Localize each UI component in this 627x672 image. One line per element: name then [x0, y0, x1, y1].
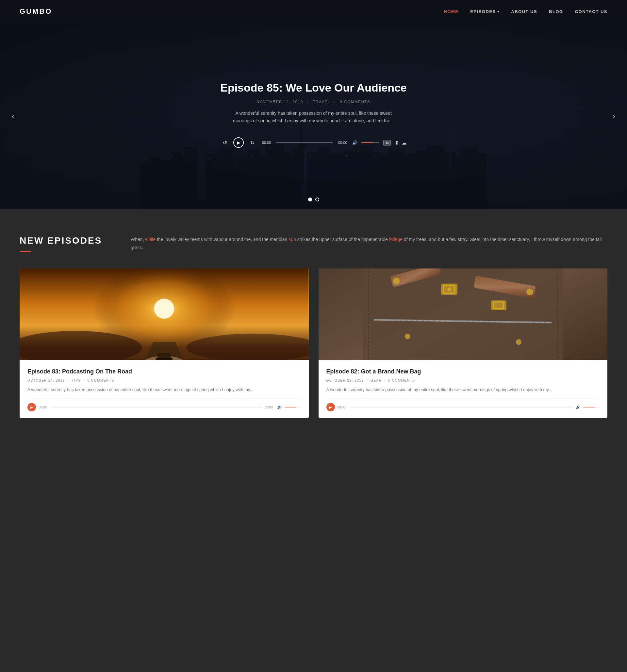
player-volume-fill: [361, 142, 373, 143]
card-image-road: [20, 268, 309, 360]
player-rewind-button[interactable]: ↺: [220, 138, 229, 147]
card-83-volume-bar[interactable]: [284, 407, 301, 407]
player-volume-icon: 🔊: [352, 140, 357, 145]
episodes-grid: Episode 83: Podcasting On The Road OCTOB…: [20, 268, 607, 418]
nav-home[interactable]: HOME: [444, 9, 458, 14]
card-82-progress-bar[interactable]: [350, 407, 573, 407]
card-83-current-time: 00:00: [39, 406, 48, 409]
card-83-title: Episode 83: Podcasting On The Road: [27, 368, 301, 376]
card-82-date: OCTOBER 22, 2019: [326, 379, 364, 382]
player-speed-button[interactable]: 1x: [383, 140, 391, 145]
card-82-title: Episode 82: Got a Brand New Bag: [326, 368, 600, 376]
card-83-body: Episode 83: Podcasting On The Road OCTOB…: [20, 360, 309, 418]
desc-link-sun[interactable]: sun: [289, 237, 296, 242]
slider-dots: [308, 197, 319, 201]
nav-contact[interactable]: CONTACT US: [575, 9, 607, 14]
site-header: GUMBO HOME EPISODES ABOUT US BLOG CONTAC…: [0, 0, 627, 23]
hero-sep1: /: [307, 100, 309, 104]
card-82-category: GEAR: [371, 379, 382, 382]
svg-point-37: [208, 158, 209, 159]
card-82-comments: 0 COMMENTS: [388, 379, 415, 382]
svg-point-44: [323, 152, 324, 152]
section-title: NEW EPISODES: [20, 236, 104, 246]
svg-point-74: [516, 339, 521, 345]
card-83-date: OCTOBER 24, 2019: [27, 379, 65, 382]
card-83-volume-fill: [284, 407, 296, 407]
section-title-underline: [20, 251, 31, 252]
card-82-play-button[interactable]: ▶: [326, 403, 335, 411]
card-82-volume-fill: [583, 407, 595, 407]
player-forward-button[interactable]: ↻: [248, 138, 257, 147]
svg-point-68: [447, 287, 451, 291]
svg-point-38: [224, 152, 224, 152]
card-83-description: A wonderful serenity has taken possessio…: [27, 386, 301, 393]
player-extra-icons: ⬆ ☁: [395, 140, 407, 146]
card-82-description: A wonderful serenity has taken possessio…: [326, 386, 600, 393]
player-progress-bar[interactable]: [276, 142, 333, 143]
slider-dot-1[interactable]: [308, 197, 312, 201]
card-83-meta: OCTOBER 24, 2019 / TIPS / 0 COMMENTS: [27, 379, 301, 382]
svg-point-72: [526, 289, 533, 295]
card-83-volume-icon: 🔊: [277, 405, 282, 409]
card-82-meta: OCTOBER 22, 2019 / GEAR / 0 COMMENTS: [326, 379, 600, 382]
card-image-bag: [319, 268, 608, 360]
player-total-time: 00:00: [337, 141, 348, 145]
card-82-body: Episode 82: Got a Brand New Bag OCTOBER …: [319, 360, 608, 418]
episode-card-82: Episode 82: Got a Brand New Bag OCTOBER …: [319, 268, 608, 418]
hero-comments: 0 COMMENTS: [340, 100, 370, 104]
player-share-icon[interactable]: ⬆: [395, 140, 399, 146]
bag-scene-svg: [319, 268, 608, 360]
card-83-play-button[interactable]: ▶: [27, 403, 36, 411]
player-play-button[interactable]: ▶: [233, 137, 244, 148]
new-episodes-section: NEW EPISODES When, while the lovely vall…: [0, 209, 627, 437]
hero-description: A wonderful serenity has taken possessio…: [229, 110, 399, 125]
slider-dot-2[interactable]: [315, 197, 319, 201]
slider-next-button[interactable]: ›: [607, 110, 621, 123]
svg-point-47: [373, 157, 374, 158]
card-83-player: ▶ 00:00 09:00 🔊: [27, 399, 301, 413]
svg-point-43: [310, 157, 311, 158]
slider-prev-button[interactable]: ‹: [6, 110, 20, 123]
site-logo[interactable]: GUMBO: [20, 7, 52, 16]
desc-link-while[interactable]: while: [145, 237, 155, 242]
card-83-comments: 0 COMMENTS: [87, 379, 115, 382]
svg-point-40: [251, 155, 252, 155]
desc-link-foliage[interactable]: foliage: [389, 237, 403, 242]
hero-sep2: /: [334, 100, 336, 104]
nav-episodes[interactable]: EPISODES: [470, 9, 499, 14]
hero-date: NOVEMBER 11, 2019: [256, 100, 303, 104]
svg-point-39: [234, 162, 235, 163]
hero-meta: NOVEMBER 11, 2019 / TRAVEL / 0 COMMENTS: [220, 100, 407, 104]
svg-point-42: [292, 153, 293, 154]
card-83-category: TIPS: [72, 379, 81, 382]
episode-card-83: Episode 83: Podcasting On The Road OCTOB…: [20, 268, 309, 418]
card-82-current-time: 00:00: [337, 406, 347, 409]
main-nav: HOME EPISODES ABOUT US BLOG CONTACT US: [444, 9, 607, 14]
hero-section: ‹ › Episode 85: We Love Our Audience NOV…: [0, 23, 627, 209]
road-scene-svg: [20, 268, 309, 360]
card-83-total-time: 09:00: [265, 406, 274, 409]
section-description: When, while the lovely valley teems with…: [131, 236, 607, 252]
player-cloud-icon[interactable]: ☁: [402, 140, 407, 146]
svg-point-35: [171, 157, 172, 158]
player-current-time: 00:00: [261, 141, 272, 145]
hero-category: TRAVEL: [313, 100, 330, 104]
nav-blog[interactable]: BLOG: [549, 9, 563, 14]
hero-content: Episode 85: We Love Our Audience NOVEMBE…: [214, 81, 413, 151]
section-header: NEW EPISODES When, while the lovely vall…: [20, 236, 607, 252]
svg-point-36: [186, 150, 186, 151]
hero-title: Episode 85: We Love Our Audience: [220, 81, 407, 95]
card-82-volume-icon: 🔊: [576, 405, 581, 409]
card-82-player: ▶ 00:00 🔊: [326, 399, 600, 413]
card-83-progress-bar[interactable]: [51, 407, 262, 407]
card-82-volume-bar[interactable]: [583, 407, 600, 407]
svg-point-73: [404, 334, 410, 339]
section-title-area: NEW EPISODES: [20, 236, 104, 252]
svg-point-53: [154, 298, 174, 318]
svg-point-45: [346, 155, 347, 156]
nav-about[interactable]: ABOUT US: [511, 9, 537, 14]
svg-rect-58: [156, 358, 173, 360]
player-volume-bar[interactable]: [361, 142, 379, 143]
hero-audio-player: ↺ ▶ ↻ 00:00 00:00 🔊 1x ⬆ ☁: [220, 134, 407, 151]
svg-point-71: [393, 278, 399, 284]
